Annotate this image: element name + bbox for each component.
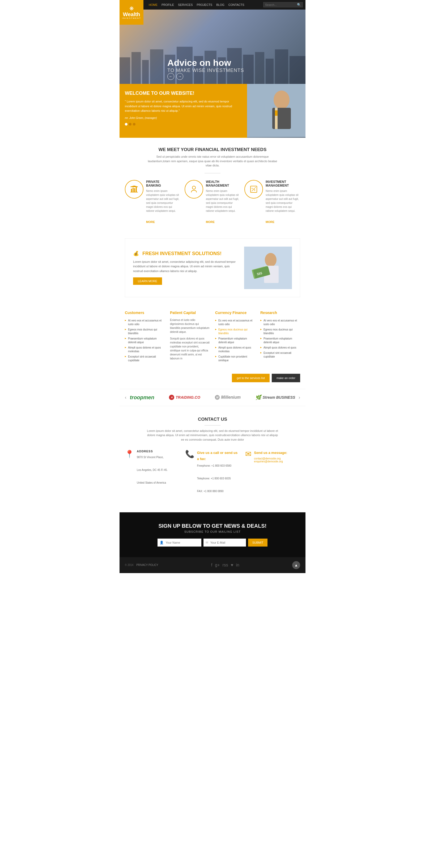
learn-more-button[interactable]: LEARN MORE: [133, 277, 162, 285]
research-list: At vero eos et accusamus et iusto odio E…: [260, 318, 300, 360]
banking-icon: [125, 180, 143, 198]
welcome-image: [247, 84, 306, 138]
nav-profile[interactable]: PROFILE: [162, 3, 174, 6]
nav-projects[interactable]: PROJECTS: [197, 3, 213, 6]
rss-icon[interactable]: rss: [223, 563, 228, 567]
svg-rect-11: [255, 52, 264, 84]
welcome-title: WELCOME TO OUR WEBSITE!: [125, 91, 242, 96]
service-wealth: WEALTHMANAGEMENT Nemo enim ipsam volupta…: [185, 180, 240, 224]
investment-text: INVESTMENTMANAGEMENT Nemo enim ipsam vol…: [266, 180, 300, 224]
hero-next[interactable]: →: [176, 73, 183, 80]
email-input[interactable]: [209, 538, 244, 547]
wealth-more[interactable]: MORE: [206, 220, 215, 223]
name-input[interactable]: [165, 538, 199, 547]
wealth-icon: [185, 180, 203, 198]
partner-millenium[interactable]: M Millenium: [215, 395, 240, 400]
contact-grid: 📍 ADDRESS 9870 St Vincent Place, Los Ang…: [125, 450, 300, 502]
hero-arrows: ← →: [167, 73, 183, 80]
newsletter-title: SIGN UP BELOW TO GET NEWS & DEALS!: [125, 523, 300, 529]
person-icon: 👤: [160, 541, 164, 545]
address-label: ADDRESS: [137, 450, 168, 453]
partner-troopmen[interactable]: troopmen: [130, 395, 154, 401]
privacy-link[interactable]: PRIVACY POLICY: [136, 563, 158, 566]
search-icon: 🔍: [297, 3, 301, 7]
banking-text: PRIVATEBANKING Nemo enim ipsam voluptate…: [146, 180, 181, 224]
phone-label: Give us a call or send us a fax:: [197, 450, 240, 462]
banking-more[interactable]: MORE: [146, 220, 155, 223]
svg-rect-23: [134, 188, 135, 192]
investment-content: 💰 FRESH INVESTMENT SOLUTIONS! Lorem ipsu…: [133, 251, 239, 285]
nav-contacts[interactable]: CONTACTS: [228, 3, 244, 6]
list-item: Atmpli quos dolores et quos molestias: [125, 345, 165, 354]
customers-column: Customers At vero eos et accusamus et iu…: [125, 311, 165, 363]
list-item: Es vero eos et accusamus et iusto odio: [215, 318, 255, 327]
bag-icon: 💰: [133, 251, 139, 256]
wealth-desc: Nemo enim ipsam voluptatem quia voluptas…: [206, 189, 240, 213]
dot-1[interactable]: [125, 123, 128, 126]
services-list-button[interactable]: get to the services list: [232, 374, 270, 382]
list-item: Atmpli quos dolores et quos molestias: [215, 345, 255, 354]
search-box: 🔍: [263, 2, 303, 7]
phone-icon: 📞: [185, 450, 194, 458]
service-investment: % $ INVESTMENTMANAGEMENT Nemo enim ipsam…: [244, 180, 300, 224]
nav-blog[interactable]: BLOG: [216, 3, 224, 6]
investment-icon: % $: [244, 180, 263, 198]
email-label: Send us a message:: [254, 450, 287, 456]
nav-services[interactable]: SERVICES: [178, 3, 193, 6]
svg-rect-21: [131, 189, 132, 192]
currency-finance-title: Currency Finance: [215, 311, 255, 315]
contact-section: CONTACT US Lorem ipsum dolor sit amet, c…: [119, 406, 306, 512]
freephone: Freephone: +1 800 603 6580: [197, 463, 240, 468]
svg-text:%: %: [251, 187, 253, 190]
partner-stream[interactable]: 🌿 Stream BUSINESS: [255, 395, 295, 400]
millenium-icon: M: [215, 395, 220, 400]
search-input[interactable]: [265, 3, 297, 6]
traiding-icon: ✕: [169, 395, 174, 400]
list-item: Praesentium voluptatum deleniti atque: [260, 336, 300, 345]
linkedin-icon[interactable]: in: [236, 563, 239, 567]
email-link-1[interactable]: contact@demosite.org: [254, 457, 287, 460]
services-grid: PRIVATEBANKING Nemo enim ipsam voluptate…: [125, 180, 300, 224]
facebook-icon[interactable]: f: [211, 563, 212, 567]
hero-prev[interactable]: ←: [167, 73, 174, 80]
pinterest-icon[interactable]: ♥: [231, 563, 233, 567]
dot-2[interactable]: [129, 123, 132, 126]
list-item-link[interactable]: Egreos mos ducimus qui blanditiis: [218, 328, 248, 335]
svg-point-28: [192, 186, 196, 189]
research-column: Research At vero eos et accusamus et ius…: [260, 311, 300, 363]
customers-list: At vero eos et accusamus et iusto odio E…: [125, 318, 165, 363]
service-banking: PRIVATEBANKING Nemo enim ipsam voluptate…: [125, 180, 181, 224]
make-order-button[interactable]: make an order: [272, 374, 300, 382]
cta-row: get to the services list make an order: [119, 371, 306, 389]
svg-rect-12: [266, 59, 274, 84]
svg-rect-10: [243, 55, 254, 84]
wealth-text: WEALTHMANAGEMENT Nemo enim ipsam volupta…: [206, 180, 240, 224]
hero-section: Advice on how TO MAKE WISE INVESTMENTS ←…: [119, 9, 306, 84]
welcome-quote: " Lorem ipsum dolor sit amet, consectetu…: [125, 99, 242, 113]
svg-point-20: [282, 102, 286, 106]
phone-block: 📞 Give us a call or send us a fax: Freep…: [185, 450, 240, 502]
investment-desc: Nemo enim ipsam voluptatem quia voluptas…: [266, 189, 300, 213]
stream-icon: 🌿: [255, 395, 261, 400]
list-item: Praesentium voluptatum deleniti atque: [125, 336, 165, 345]
svg-point-34: [265, 253, 277, 267]
dot-3[interactable]: [133, 123, 136, 126]
google-plus-icon[interactable]: g+: [215, 563, 220, 567]
investment-para: Lorem ipsum dolor sit amet, consectetur …: [133, 259, 239, 274]
investment-more[interactable]: MORE: [266, 220, 274, 223]
email-link-2[interactable]: enquiries@demosite.org: [254, 460, 287, 463]
scroll-top-button[interactable]: ▲: [292, 561, 300, 569]
nav-home[interactable]: HOME: [149, 3, 158, 6]
svg-text:$: $: [254, 189, 255, 191]
submit-button[interactable]: submit: [248, 538, 268, 547]
hero-text: Advice on how TO MAKE WISE INVESTMENTS: [119, 58, 244, 73]
partners-next[interactable]: ›: [299, 395, 300, 400]
brand-subtitle: INVESTMENT: [122, 17, 141, 20]
newsletter-subtitle: SUBSCRIBE TO OUR MAILING LIST: [125, 530, 300, 533]
logo-box[interactable]: ❋ Wealth INVESTMENT: [119, 0, 143, 25]
fax: FAX: +1 800 880 0890: [197, 489, 240, 494]
contact-description: Lorem ipsum dolor sit amet, consectetur …: [146, 429, 279, 442]
svg-rect-13: [275, 50, 288, 84]
partner-traiding[interactable]: ✕ TRAIDING.CO: [169, 395, 200, 400]
investment-heading: 💰 FRESH INVESTMENT SOLUTIONS!: [133, 251, 239, 256]
